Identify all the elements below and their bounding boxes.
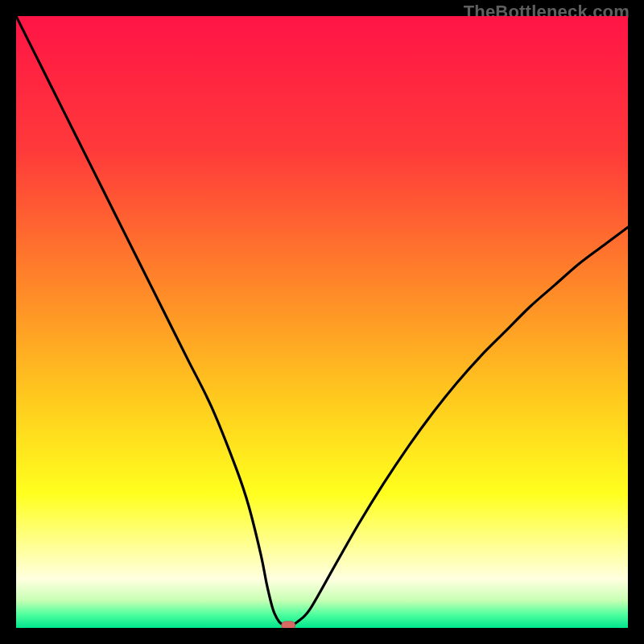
gradient-background	[16, 16, 628, 628]
optimum-marker	[282, 621, 295, 628]
bottleneck-chart	[16, 16, 628, 628]
chart-frame: TheBottleneck.com	[0, 0, 644, 644]
